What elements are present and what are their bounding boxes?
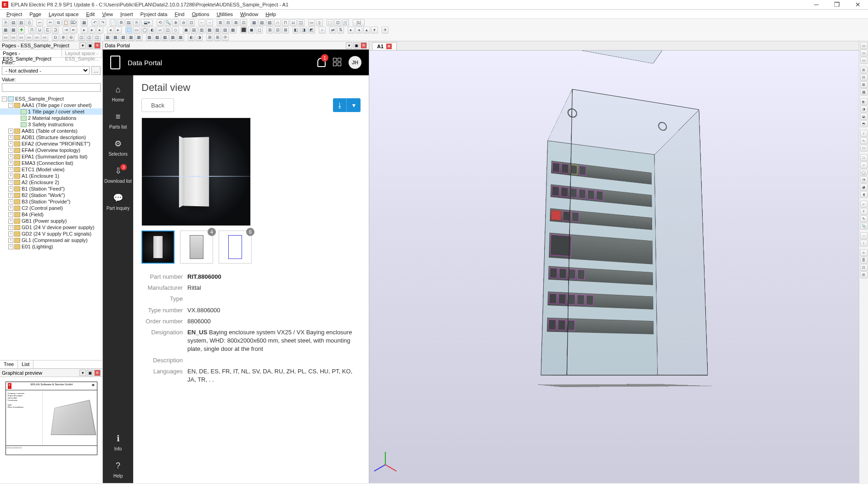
toolbar-button[interactable]: ↷: [99, 19, 106, 26]
toolbar-button[interactable]: ▦: [154, 34, 161, 41]
toolbar-button[interactable]: ▭: [10, 34, 17, 41]
menu-view[interactable]: View: [98, 11, 117, 18]
toolbar-button[interactable]: ▦: [146, 34, 153, 41]
tree-item[interactable]: +B1 (Station "Feed"): [0, 186, 102, 192]
preview-pin-button[interactable]: ▣: [87, 370, 93, 376]
toolbar-button[interactable]: ▭: [34, 34, 40, 41]
menu-layout-space[interactable]: Layout space: [45, 11, 82, 18]
toolbar-button[interactable]: ⊖: [68, 34, 74, 41]
toolbar-button[interactable]: ↶: [91, 19, 98, 26]
tree-item[interactable]: +EMA3 (Connection list): [0, 160, 102, 166]
toolbar-button[interactable]: ↔: [860, 232, 868, 239]
toolbar-button[interactable]: ∩: [274, 19, 281, 26]
tree-item[interactable]: +GD1 (24 V device power supply): [0, 224, 102, 231]
tree-root[interactable]: −ESS_Sample_Project: [0, 96, 102, 102]
toolbar-button[interactable]: ◇: [172, 27, 179, 34]
toolbar-button[interactable]: ▦: [206, 27, 213, 34]
toolbar-button[interactable]: ◫: [298, 19, 304, 26]
toolbar-button[interactable]: ◐: [188, 34, 195, 41]
toolbar-button[interactable]: ⬚: [125, 27, 132, 34]
toolbar-button[interactable]: 📄: [110, 19, 117, 26]
portal-content[interactable]: Detail view Back ⭳ ▾ 4 6: [133, 75, 369, 483]
toolbar-button[interactable]: ⊔: [290, 19, 297, 26]
maximize-button[interactable]: ❐: [827, 0, 847, 10]
toolbar-button[interactable]: ⊟: [225, 19, 231, 26]
tree-item-selected[interactable]: 1 Title page / cover sheet: [0, 108, 102, 115]
toolbar-button[interactable]: |1|: [353, 19, 365, 26]
toolbar-button[interactable]: ⤺: [36, 19, 43, 26]
toolbar-button[interactable]: ◩: [308, 27, 315, 34]
toolbar-button[interactable]: ▦: [162, 34, 169, 41]
toolbar-button[interactable]: ⇅: [337, 27, 344, 34]
toolbar-button[interactable]: ▨: [222, 27, 229, 34]
toolbar-button[interactable]: ▦: [81, 19, 88, 26]
toolbar-button[interactable]: ▭: [308, 19, 315, 26]
menu-find[interactable]: Find: [171, 11, 188, 18]
toolbar-button[interactable]: ▭: [133, 27, 140, 34]
tab-list[interactable]: List: [18, 360, 34, 368]
toolbar-button[interactable]: ⬚: [327, 19, 333, 26]
toolbar-button[interactable]: ▯: [316, 19, 323, 26]
menu-edit[interactable]: Edit: [82, 11, 98, 18]
toolbar-button[interactable]: ⟲: [157, 19, 163, 26]
toolbar-button[interactable]: ⧉: [55, 19, 62, 26]
document-tab-close-icon[interactable]: ✕: [386, 44, 392, 49]
tree-item[interactable]: +ETC1 (Model view): [0, 166, 102, 173]
tree-item[interactable]: +A2 (Enclosure 2): [0, 179, 102, 186]
toolbar-button[interactable]: ▦: [112, 34, 119, 41]
toolbar-button[interactable]: ∿: [860, 137, 868, 144]
tree-item[interactable]: +C2 (Control panel): [0, 205, 102, 211]
toolbar-button[interactable]: ▸: [89, 27, 96, 34]
toolbar-button[interactable]: ⊓: [282, 19, 289, 26]
nav-help[interactable]: ?Help: [103, 456, 133, 483]
toolbar-button[interactable]: ◫: [94, 34, 101, 41]
menu-window[interactable]: Window: [237, 11, 262, 18]
toolbar-button[interactable]: ⬓▾: [141, 19, 153, 26]
toolbar-button[interactable]: ▭: [18, 34, 25, 41]
toolbar-button[interactable]: ▦: [10, 27, 17, 34]
toolbar-button[interactable]: ◑: [196, 34, 203, 41]
toolbar-button[interactable]: ▩: [230, 27, 237, 34]
toolbar-button[interactable]: ▭: [2, 34, 9, 41]
toolbar-button[interactable]: ⊔: [36, 27, 43, 34]
toolbar-button[interactable]: ⊏: [44, 27, 51, 34]
toolbar-button[interactable]: Ω: [52, 34, 59, 41]
toolbar-button[interactable]: ○: [319, 27, 326, 34]
toolbar-button[interactable]: ⊠: [860, 81, 868, 88]
toolbar-button[interactable]: ⌐: [860, 201, 868, 208]
portal-close-button[interactable]: ✕: [361, 42, 367, 49]
toolbar-button[interactable]: ⊞: [860, 67, 868, 73]
minimize-button[interactable]: ─: [806, 0, 827, 10]
toolbar-button[interactable]: ▨: [266, 19, 273, 26]
toolbar-button[interactable]: ◒: [860, 113, 868, 120]
pane-close-button[interactable]: ✕: [94, 42, 101, 49]
toolbar-button[interactable]: ◕: [860, 184, 868, 191]
download-dropdown-button[interactable]: ▾: [347, 98, 361, 112]
toolbar-button[interactable]: ▸: [96, 27, 103, 34]
toolbar-button[interactable]: ✈: [382, 27, 389, 34]
toolbar-button[interactable]: ⎘: [133, 19, 140, 26]
toolbar-button[interactable]: 🔍: [164, 19, 171, 26]
notification-bell-icon[interactable]: 1: [316, 57, 327, 68]
toolbar-button[interactable]: ⊞: [206, 34, 213, 41]
toolbar-button[interactable]: ◫: [78, 34, 85, 41]
tree-item[interactable]: +GD2 (24 V supply PLC signals): [0, 231, 102, 237]
toolbar-button[interactable]: ◑: [860, 106, 868, 113]
toolbar-button[interactable]: ⊡: [860, 264, 868, 271]
toolbar-button[interactable]: ◨: [300, 27, 307, 34]
toolbar-button[interactable]: ⌦: [70, 19, 77, 26]
tab-pages[interactable]: Pages - ESS_Sample_Project: [0, 50, 62, 57]
toolbar-button[interactable]: ◧: [293, 27, 299, 34]
toolbar-button[interactable]: ▤: [191, 27, 197, 34]
value-input[interactable]: [2, 83, 101, 92]
toolbar-button[interactable]: →: [206, 19, 213, 26]
menu-utilities[interactable]: Utilities: [213, 11, 237, 18]
toolbar-button[interactable]: ▧: [214, 27, 221, 34]
portal-pin-button[interactable]: ▣: [353, 42, 360, 49]
toolbar-button[interactable]: ▦: [860, 89, 868, 96]
toolbar-button[interactable]: ▸: [348, 27, 355, 34]
toolbar-button[interactable]: ⊞: [860, 271, 868, 278]
toolbar-button[interactable]: ◯: [141, 27, 148, 34]
filter-more-button[interactable]: …: [91, 66, 101, 75]
toolbar-button[interactable]: ▭: [41, 34, 48, 41]
